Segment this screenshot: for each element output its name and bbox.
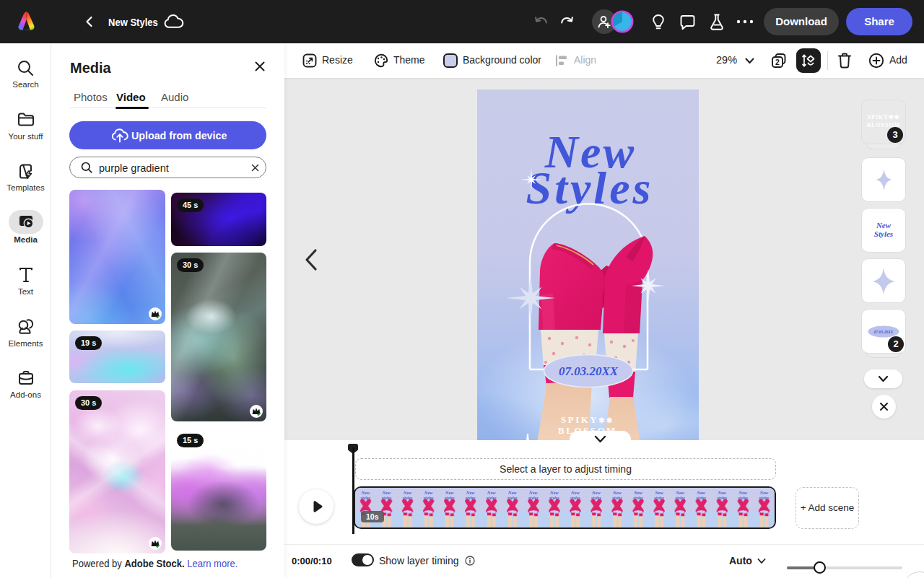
svg-text:2: 2 [775, 58, 780, 66]
svg-text:SPIKY✱✱: SPIKY✱✱ [561, 414, 614, 425]
svg-text:07.03.20XX: 07.03.20XX [559, 364, 619, 378]
svg-text:Styles: Styles [526, 162, 654, 214]
svg-text:07.03.20XX: 07.03.20XX [874, 330, 894, 334]
